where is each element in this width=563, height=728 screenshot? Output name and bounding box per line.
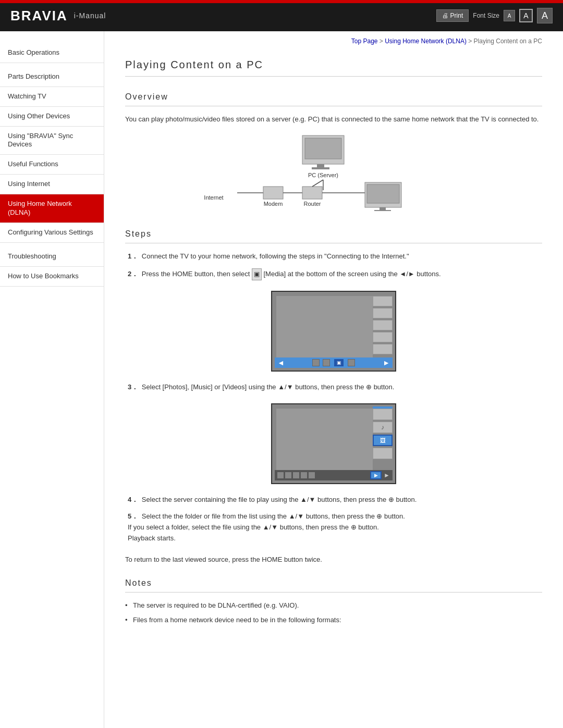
step-1-text: Connect the TV to your home network, fol… [142, 252, 409, 260]
svg-rect-2 [317, 164, 324, 167]
notes-heading: Notes [125, 573, 542, 593]
svg-rect-18 [374, 210, 391, 211]
imanual-label: i-Manual [74, 11, 106, 20]
bottom-icon-3 [348, 359, 355, 366]
svg-text:PC (Server): PC (Server) [308, 172, 338, 178]
step-4-text: Select the server containing the file to… [142, 496, 417, 503]
svg-rect-8 [263, 187, 283, 199]
bottom-sq-2 [285, 472, 291, 478]
step-3-text: Select [Photos], [Music] or [Videos] usi… [142, 383, 395, 391]
sidebar-item-useful-functions[interactable]: Useful Functions [0, 155, 104, 175]
ss-item-4 [373, 332, 393, 342]
font-medium-button[interactable]: A [519, 9, 533, 22]
steps-list-2: 3． Select [Photos], [Music] or [Videos] … [125, 382, 542, 393]
bottom-right-controls: ▶ ► [370, 471, 390, 479]
step-2-text: Press the HOME button, then select ▣ [Me… [142, 270, 441, 278]
breadcrumb-sep1: > [380, 38, 385, 45]
header-brand: BRAVIA i-Manual [0, 0, 426, 31]
sidebar-item-home-network[interactable]: Using Home Network (DLNA) [0, 194, 104, 223]
header-controls: 🖨 Print Font Size A A A [426, 0, 563, 31]
step-3: 3． Select [Photos], [Music] or [Videos] … [125, 382, 542, 393]
sidebar-item-watching-tv[interactable]: Watching TV [0, 87, 104, 107]
printer-icon: 🖨 [442, 12, 448, 19]
network-svg: PC (Server) Internet Modem Router [188, 133, 480, 211]
main-content: Top Page > Using Home Network (DLNA) > P… [104, 31, 563, 728]
bottom-sq-3 [293, 472, 299, 478]
sidebar-item-basic-operations[interactable]: Basic Operations [0, 43, 104, 63]
play-icon-bottom: ▶ [370, 471, 382, 479]
ss-item-5 [373, 344, 393, 354]
overview-text: You can play photo/music/video files sto… [125, 114, 542, 125]
ss2-item-bot [373, 448, 393, 459]
svg-line-14 [312, 180, 323, 187]
sidebar-item-bookmarks[interactable]: How to Use Bookmarks [0, 267, 104, 287]
breadcrumb-sep2: > [468, 38, 473, 45]
font-small-button[interactable]: A [504, 10, 515, 21]
print-label: Print [450, 12, 463, 19]
steps-list-3: 4． Select the server containing the file… [125, 495, 542, 544]
svg-rect-11 [302, 187, 322, 199]
notes-list: The server is required to be DLNA-certif… [125, 600, 542, 626]
svg-rect-3 [312, 167, 329, 169]
bravia-logo: BRAVIA [10, 8, 68, 24]
screenshot-2-sidebar: ♪ 🖼 [373, 409, 393, 470]
sidebar-item-configuring-settings[interactable]: Configuring Various Settings [0, 223, 104, 243]
overview-heading: Overview [125, 87, 542, 106]
ss-item-1 [373, 296, 393, 306]
svg-text:Modem: Modem [264, 201, 283, 207]
sidebar-item-using-internet[interactable]: Using Internet [0, 175, 104, 194]
sidebar-item-troubleshooting[interactable]: Troubleshooting [0, 247, 104, 267]
page-title: Playing Content on a PC [125, 51, 542, 77]
bottom-squares [277, 472, 315, 478]
header: BRAVIA i-Manual 🖨 Print Font Size A A A [0, 0, 563, 31]
screenshot-2-container: ▲ ♪ 🖼 [125, 403, 542, 484]
screenshot-1-container: ◄ ▣ ► [125, 291, 542, 372]
header-red-bar [0, 0, 563, 3]
return-text: To return to the last viewed source, pre… [125, 554, 542, 565]
step-5-text: Select the the folder or file from the l… [128, 512, 405, 542]
svg-rect-1 [305, 138, 341, 159]
bottom-icon-2 [323, 359, 330, 366]
sidebar-item-bravia-sync[interactable]: Using "BRAVIA" Sync Devices [0, 127, 104, 155]
svg-text:Internet: Internet [204, 194, 223, 201]
svg-text:Router: Router [303, 201, 321, 207]
bottom-sq-4 [301, 472, 307, 478]
media-icon: ▣ [252, 268, 262, 280]
screenshot-1: ◄ ▣ ► [271, 291, 396, 372]
steps-list: 1． Connect the TV to your home network, … [125, 251, 542, 280]
step-2: 2． Press the HOME button, then select ▣ … [125, 268, 542, 280]
network-diagram: PC (Server) Internet Modem Router [125, 133, 542, 211]
bottom-sq-5 [309, 472, 315, 478]
sidebar: Basic Operations Parts Description Watch… [0, 31, 104, 728]
screenshot-2-bottom: ▶ ► [275, 470, 393, 480]
screenshot-2: ▲ ♪ 🖼 [271, 403, 396, 484]
font-size-label: Font Size [473, 12, 499, 19]
breadcrumb-current: Playing Content on a PC [474, 38, 542, 45]
ss2-item-selected: 🖼 [373, 435, 393, 446]
screenshot-1-bottom-bar: ◄ ▣ ► [275, 357, 393, 368]
svg-rect-16 [367, 184, 399, 203]
print-button[interactable]: 🖨 Print [436, 9, 469, 22]
step-1: 1． Connect the TV to your home network, … [125, 251, 542, 262]
content-wrapper: Basic Operations Parts Description Watch… [0, 31, 563, 728]
bottom-icon-1 [312, 359, 320, 366]
font-large-button[interactable]: A [537, 8, 553, 23]
bottom-sq-1 [277, 472, 284, 478]
media-symbol: ▣ [337, 360, 341, 365]
breadcrumb: Top Page > Using Home Network (DLNA) > P… [125, 31, 542, 51]
screenshot-2-inner [276, 409, 373, 470]
steps-heading: Steps [125, 224, 542, 243]
right-arrow-icon: ► [383, 359, 390, 367]
breadcrumb-dlna-link[interactable]: Using Home Network (DLNA) [385, 38, 467, 45]
sidebar-item-parts-description[interactable]: Parts Description [0, 67, 104, 87]
selected-media-icon: ▣ [333, 358, 345, 367]
step-5: 5． Select the the folder or file from th… [125, 511, 542, 544]
ss2-item-top [373, 409, 393, 420]
note-2: Files from a home network device need to… [125, 615, 542, 626]
breadcrumb-top-page[interactable]: Top Page [351, 38, 378, 45]
screenshot-1-inner [276, 296, 373, 364]
ss-item-2 [373, 308, 393, 318]
sidebar-item-using-other-devices[interactable]: Using Other Devices [0, 107, 104, 127]
ss2-item-1: ♪ [373, 422, 393, 433]
left-arrow-icon: ◄ [277, 359, 285, 367]
